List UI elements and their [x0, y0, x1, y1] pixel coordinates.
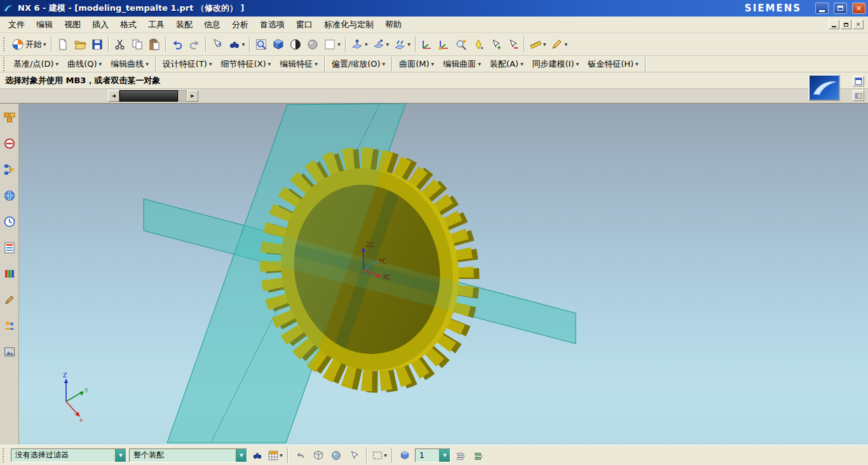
offset-scale-button[interactable]: 偏置/缩放(O)▼ [327, 57, 390, 72]
synchronous-modeling-button[interactable]: 同步建模(I)▼ [528, 57, 584, 72]
resource-bar-toggle-button[interactable] [808, 74, 840, 101]
scroll-left-button[interactable]: ◀ [108, 90, 119, 102]
menu-item-tools[interactable]: 工具 [142, 17, 170, 32]
materials-button[interactable] [2, 292, 17, 307]
graphics-window[interactable]: ZC YC XC Z Y x [19, 104, 868, 445]
constraint-navigator-button[interactable] [2, 136, 17, 151]
zoom-window-button[interactable] [253, 36, 269, 53]
find-in-assembly-button[interactable] [250, 448, 265, 463]
design-feature-button[interactable]: 设计特征(T)▼ [158, 57, 217, 72]
menu-item-help[interactable]: 帮助 [379, 17, 407, 32]
rectangle-select-button[interactable]: ▼ [372, 448, 387, 463]
work-layer-combo[interactable]: 1 ▼ [415, 448, 451, 462]
scrollbar-track[interactable] [178, 90, 187, 102]
command-finder-button[interactable]: ▼ [226, 36, 247, 53]
menu-item-format[interactable]: 格式 [114, 17, 142, 32]
undo-button[interactable] [169, 36, 186, 53]
internet-explorer-button[interactable] [2, 188, 17, 203]
reuse-library-button[interactable] [2, 240, 17, 255]
restore-button[interactable] [834, 3, 847, 14]
menu-item-insert[interactable]: 插入 [86, 17, 114, 32]
new-button[interactable] [55, 36, 71, 53]
scroll-right-button[interactable]: ▶ [187, 90, 198, 102]
menu-item-information[interactable]: 信息 [198, 17, 226, 32]
detail-feature-button[interactable]: 细节特征(X)▼ [217, 57, 276, 72]
paste-button[interactable] [146, 36, 163, 53]
chevron-down-icon: ▼ [315, 62, 318, 66]
edit-surface-button[interactable]: 编辑曲面▼ [438, 57, 485, 72]
chevron-down-icon: ▼ [431, 62, 435, 66]
mdi-restore-button[interactable] [841, 20, 851, 29]
select-button[interactable] [487, 36, 504, 53]
redo-button[interactable] [186, 36, 203, 53]
pull-face-button[interactable]: ▼ [370, 36, 391, 53]
snap-preferences-button[interactable] [453, 36, 470, 53]
chevron-down-icon[interactable]: ▼ [115, 449, 126, 462]
assembly-navigator-button[interactable] [2, 110, 17, 125]
datum-point-button[interactable]: 基准/点(D)▼ [9, 57, 63, 72]
rendering-style-button[interactable] [287, 36, 304, 53]
mdi-minimize-button[interactable] [829, 20, 839, 29]
scrollbar-thumb[interactable] [119, 90, 178, 102]
menu-item-customize[interactable]: 标准化与定制 [318, 17, 379, 32]
scene-button[interactable] [2, 344, 17, 360]
previous-selection-button[interactable] [293, 448, 308, 463]
surface-button[interactable]: 曲面(M)▼ [395, 57, 438, 72]
prompt-line-dock-button[interactable] [853, 90, 864, 101]
cut-button[interactable] [112, 36, 128, 53]
shaded-view-button[interactable] [270, 36, 287, 53]
save-button[interactable] [89, 36, 105, 53]
selection-filter-combo[interactable]: 没有选择过滤器 ▼ [11, 448, 126, 462]
menu-item-edit[interactable]: 编辑 [31, 17, 58, 32]
toolbar-grip[interactable] [3, 37, 6, 51]
chevron-down-icon[interactable]: ▼ [236, 449, 247, 462]
toolbar-grip[interactable] [3, 448, 6, 462]
selection-scope-combo[interactable]: 整个装配 ▼ [129, 448, 247, 462]
graphics-scene[interactable]: ZC YC XC Z Y x [19, 104, 868, 445]
menu-item-preferences[interactable]: 首选项 [254, 17, 290, 32]
palette-button[interactable] [2, 266, 17, 281]
close-button[interactable]: × [852, 3, 865, 14]
edit-object-display-button[interactable]: ▼ [548, 36, 569, 53]
assemblies-button[interactable]: 装配(A)▼ [485, 57, 528, 72]
horizontal-scrollbar[interactable]: ◀ ▶ [108, 90, 198, 102]
menu-item-assemblies[interactable]: 装配 [170, 17, 198, 32]
offset-region-button[interactable]: ▼ [391, 36, 412, 53]
wcs-dynamics-button[interactable] [436, 36, 452, 53]
work-layer-button[interactable] [397, 448, 412, 463]
layer-settings-button[interactable] [453, 448, 468, 463]
menu-item-view[interactable]: 视图 [58, 17, 86, 32]
wcs-orient-button[interactable] [419, 36, 435, 53]
help-select-button[interactable] [209, 36, 226, 53]
wireframe-display-button[interactable] [311, 448, 326, 463]
sheet-metal-button[interactable]: 钣金特征(H)▼ [583, 57, 643, 72]
layer-category-button[interactable] [471, 448, 486, 463]
menu-item-file[interactable]: 文件 [3, 17, 31, 32]
deselect-button[interactable] [505, 36, 521, 53]
copy-button[interactable] [129, 36, 146, 53]
open-button[interactable] [72, 36, 88, 53]
edit-feature-button[interactable]: 编辑特征▼ [275, 57, 322, 72]
minimize-button[interactable] [815, 3, 829, 14]
move-face-button[interactable]: ▼ [349, 36, 370, 53]
chevron-down-icon[interactable]: ▼ [439, 449, 450, 462]
menu-item-window[interactable]: 窗口 [290, 17, 318, 32]
toolbar-grip[interactable] [3, 57, 6, 71]
mdi-close-button[interactable]: × [853, 20, 864, 29]
measure-distance-button[interactable]: ▼ [527, 36, 548, 53]
curve-button[interactable]: 曲线(Q)▼ [63, 57, 106, 72]
shaded-display-button[interactable] [329, 448, 344, 463]
edit-curve-button[interactable]: 编辑曲线▼ [106, 57, 153, 72]
start-button[interactable]: 开始 ▼ [10, 36, 48, 53]
menu-item-analysis[interactable]: 分析 [226, 17, 254, 32]
csys-dynamic-icon [438, 38, 451, 51]
face-analysis-button[interactable] [304, 36, 321, 53]
selection-priority-button[interactable]: ▼ [268, 448, 283, 463]
history-button[interactable] [2, 214, 17, 229]
point-dialog-button[interactable] [470, 36, 487, 53]
pointer-tool-button[interactable] [346, 448, 362, 463]
roles-button[interactable] [2, 318, 17, 334]
full-screen-toggle-button[interactable] [853, 76, 864, 86]
part-navigator-button[interactable] [2, 162, 17, 177]
background-button[interactable]: ▼ [322, 36, 342, 53]
